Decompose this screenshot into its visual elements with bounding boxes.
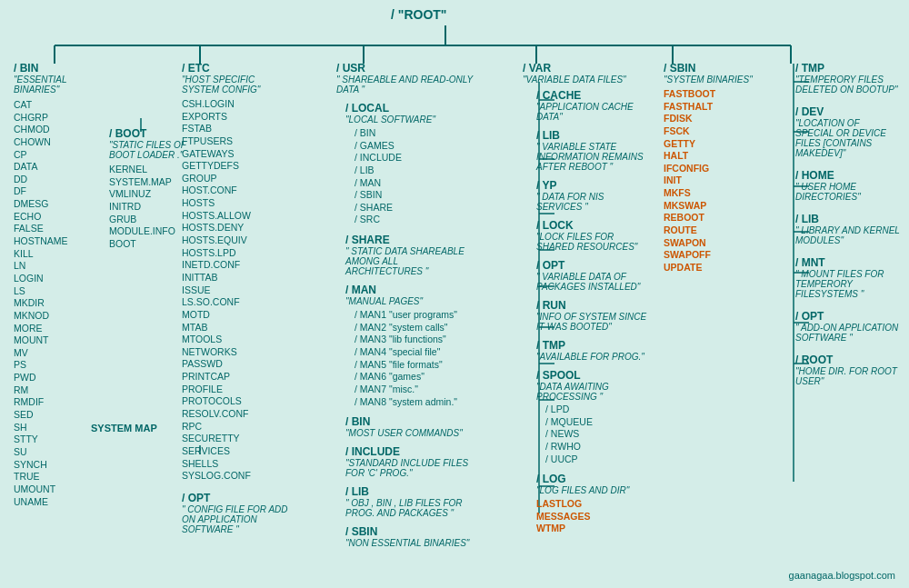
bin-desc: "ESSENTIAL BINARIES" bbox=[14, 75, 114, 95]
var-section: / VAR "VARIABLE DATA FILES" / CACHE "APP… bbox=[523, 62, 650, 543]
etc-section: / ETC "HOST SPECIFIC SYSTEM CONFIG" CSH.… bbox=[182, 62, 291, 534]
page: / "ROOT" / BIN "ESSENTIAL BINARIES" CAT … bbox=[0, 0, 909, 588]
var-tmp: / TMP "AVAILABLE FOR PROG." bbox=[536, 339, 650, 362]
watermark: gaanagaa.blogspot.com bbox=[789, 570, 895, 581]
system-map-label: SYSTEM MAP bbox=[91, 423, 157, 434]
sbin-desc: "SYSTEM BINARIES" bbox=[664, 75, 773, 85]
sbin-title: / SBIN bbox=[664, 62, 773, 75]
var-lock: / LOCK "LOCK FILES FOR SHARED RESOURCES" bbox=[536, 219, 650, 252]
right-column: / TMP "TEMPERORY FILES DELETED ON BOOTUP… bbox=[795, 62, 900, 397]
usr-local: / LOCAL "LOCAL SOFTWARE" / BIN / GAMES /… bbox=[336, 102, 473, 226]
var-cache: / CACHE "APPLICATION CACHE DATA" bbox=[536, 89, 650, 122]
etc-opt-section: / OPT " CONFIG FILE FOR ADD ON APPLICATI… bbox=[182, 492, 291, 534]
usr-share: / SHARE " STATIC DATA SHAREABLE AMONG AL… bbox=[336, 234, 473, 276]
right-opt: / OPT " ADD-ON APPLICATION SOFTWARE " bbox=[795, 310, 900, 343]
usr-lib: / LIB " OBJ , BIN , LIB FILES FOR PROG. … bbox=[336, 485, 473, 518]
right-dev: / DEV "LOCATION OF SPECIAL OR DEVICE FIL… bbox=[795, 105, 900, 158]
etc-title: / ETC bbox=[182, 62, 291, 75]
var-desc: "VARIABLE DATA FILES" bbox=[523, 75, 650, 85]
etc-files: CSH.LOGIN EXPORTS FSTAB FTPUSERS GATEWAY… bbox=[182, 98, 291, 483]
right-home: / HOME " USER HOME DIRECTORIES" bbox=[795, 169, 900, 202]
usr-sbin: / SBIN "NON ESSENTIAL BINARIES" bbox=[336, 525, 473, 548]
usr-man: / MAN "MANUAL PAGES" / MAN1 "user progra… bbox=[336, 284, 473, 408]
right-tmp: / TMP "TEMPERORY FILES DELETED ON BOOTUP… bbox=[795, 62, 900, 95]
right-mnt: / MNT " MOUNT FILES FOR TEMPERORY FILESY… bbox=[795, 256, 900, 299]
var-yp: / YP " DATA FOR NIS SERVICES " bbox=[536, 179, 650, 212]
usr-section: / USR " SHAREABLE AND READ-ONLY DATA " /… bbox=[336, 62, 473, 548]
bin-files: CAT CHGRP CHMOD CHOWN CP DATA DD DF DMES… bbox=[14, 99, 114, 508]
var-title: / VAR bbox=[523, 62, 650, 75]
var-lib: / LIB " VARIABLE STATE INFORMATION REMAI… bbox=[536, 129, 650, 172]
sbin-section: / SBIN "SYSTEM BINARIES" FASTBOOT FASTHA… bbox=[664, 62, 773, 274]
var-opt: / OPT " VARIABLE DATA OF PACKAGES INSTAL… bbox=[536, 259, 650, 292]
var-run: / RUN "INFO OF SYSTEM SINCE IT WAS BOOTE… bbox=[536, 299, 650, 332]
usr-bin: / BIN "MOST USER COMMANDS" bbox=[336, 415, 473, 438]
usr-include: / INCLUDE "STANDARD INCLUDE FILES FOR 'C… bbox=[336, 445, 473, 478]
var-log: / LOG "LOG FILES AND DIR" LASTLOG MESSAG… bbox=[536, 473, 650, 535]
right-lib: / LIB " LIBRARY AND KERNEL MODULES" bbox=[795, 213, 900, 245]
var-spool: / SPOOL "DATA AWAITING PROCESSING " / LP… bbox=[536, 369, 650, 465]
root-node: / "ROOT" bbox=[391, 7, 447, 22]
bin-title: / BIN bbox=[14, 62, 114, 75]
bin-section: / BIN "ESSENTIAL BINARIES" CAT CHGRP CHM… bbox=[14, 62, 114, 508]
sbin-files: FASTBOOT FASTHALT FDISK FSCK GETTY HALT … bbox=[664, 88, 773, 274]
right-root: / ROOT "HOME DIR. FOR ROOT USER" bbox=[795, 354, 900, 386]
root-label: / "ROOT" bbox=[391, 7, 447, 22]
usr-title: / USR bbox=[336, 62, 473, 75]
etc-desc: "HOST SPECIFIC SYSTEM CONFIG" bbox=[182, 75, 291, 95]
usr-desc: " SHAREABLE AND READ-ONLY DATA " bbox=[336, 75, 473, 95]
